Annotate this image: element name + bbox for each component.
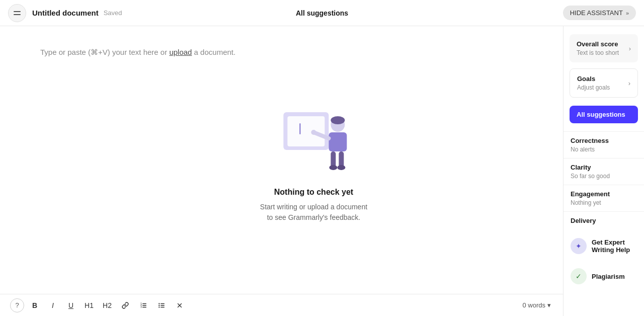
h2-button[interactable]: H2 xyxy=(100,298,115,313)
ordered-list-button[interactable]: 1 2 3 xyxy=(136,298,151,313)
unordered-list-icon xyxy=(158,302,165,309)
menu-button[interactable] xyxy=(8,4,26,22)
svg-point-21 xyxy=(158,303,159,304)
expert-section[interactable]: ✦ Get Expert Writing Help xyxy=(564,231,644,261)
plagiarism-title: Plagiarism xyxy=(592,273,625,280)
ordered-list-icon: 1 2 3 xyxy=(140,302,147,309)
clarity-title: Clarity xyxy=(571,164,637,171)
all-suggestions-button[interactable]: All suggestions xyxy=(570,106,638,123)
score-card-chevron: › xyxy=(629,45,631,52)
bold-button[interactable]: B xyxy=(27,298,42,313)
help-button[interactable]: ? xyxy=(10,298,24,312)
expert-title: Get Expert Writing Help xyxy=(592,239,637,254)
engagement-title: Engagement xyxy=(571,190,637,198)
svg-point-4 xyxy=(331,116,345,124)
clarity-section[interactable]: Clarity So far so good xyxy=(564,158,644,185)
hide-assistant-button[interactable]: HIDE ASSISTANT » xyxy=(563,6,636,20)
score-card-subtitle: Text is too short xyxy=(577,49,619,56)
top-bar: Untitled document Saved All suggestions … xyxy=(0,0,644,26)
svg-point-23 xyxy=(158,306,159,307)
correctness-subtitle: No alerts xyxy=(571,146,637,153)
word-count-button[interactable]: 0 words ▾ xyxy=(518,299,555,311)
editor-content[interactable]: Type or paste (⌘+V) your text here or up… xyxy=(0,26,563,294)
svg-text:3: 3 xyxy=(140,305,142,308)
document-title: Untitled document xyxy=(32,9,99,17)
goals-card-subtitle: Adjust goals xyxy=(577,84,610,91)
svg-point-11 xyxy=(337,165,345,170)
svg-point-22 xyxy=(158,304,159,305)
word-count-chevron: ▾ xyxy=(547,301,551,309)
overall-score-card[interactable]: Overall score Text is too short › xyxy=(570,34,638,62)
svg-rect-5 xyxy=(329,132,347,151)
svg-point-10 xyxy=(329,165,337,170)
link-icon xyxy=(122,302,129,309)
center-heading: All suggestions xyxy=(296,9,348,17)
plagiarism-section[interactable]: ✓ Plagiarism xyxy=(564,261,644,291)
goals-card[interactable]: Goals Adjust goals › xyxy=(570,68,638,98)
svg-rect-2 xyxy=(299,123,300,134)
sidebar: Overall score Text is too short › Goals … xyxy=(564,26,644,316)
empty-state-illustration xyxy=(273,97,354,178)
engagement-subtitle: Nothing yet xyxy=(571,199,637,206)
correctness-section[interactable]: Correctness No alerts xyxy=(564,131,644,158)
saved-status: Saved xyxy=(104,9,122,17)
empty-state-desc: Start writing or upload a document to se… xyxy=(260,202,367,223)
expert-avatar: ✦ xyxy=(571,238,587,254)
delivery-title: Delivery xyxy=(571,217,637,224)
hamburger-icon xyxy=(14,11,21,15)
underline-button[interactable]: U xyxy=(63,298,78,313)
svg-rect-1 xyxy=(287,116,325,146)
engagement-section[interactable]: Engagement Nothing yet xyxy=(564,185,644,211)
delivery-section[interactable]: Delivery xyxy=(564,211,644,231)
link-button[interactable] xyxy=(118,298,133,313)
editor-area: Type or paste (⌘+V) your text here or up… xyxy=(0,26,564,316)
arrow-icon: » xyxy=(626,10,629,16)
editor-placeholder: Type or paste (⌘+V) your text here or up… xyxy=(40,46,523,58)
clear-format-button[interactable] xyxy=(172,298,187,313)
toolbar: ? B I U H1 H2 1 2 3 xyxy=(0,294,563,316)
goals-card-title: Goals xyxy=(577,75,610,83)
empty-state: Nothing to check yet Start writing or up… xyxy=(260,97,367,223)
goals-card-chevron: › xyxy=(628,80,630,87)
clear-format-icon xyxy=(176,302,183,309)
main-layout: Type or paste (⌘+V) your text here or up… xyxy=(0,26,644,316)
italic-button[interactable]: I xyxy=(45,298,60,313)
unordered-list-button[interactable] xyxy=(154,298,169,313)
h1-button[interactable]: H1 xyxy=(82,298,97,313)
score-card-title: Overall score xyxy=(577,40,619,48)
plagiarism-avatar: ✓ xyxy=(571,268,587,284)
empty-state-title: Nothing to check yet xyxy=(274,188,353,197)
clarity-subtitle: So far so good xyxy=(571,173,637,180)
correctness-title: Correctness xyxy=(571,137,637,144)
svg-point-7 xyxy=(311,130,316,135)
upload-link[interactable]: upload xyxy=(169,48,192,56)
